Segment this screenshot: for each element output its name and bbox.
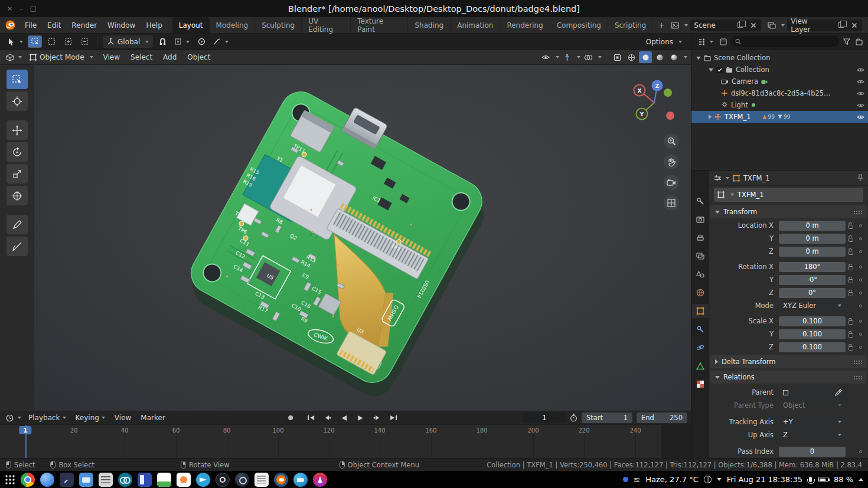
transform-orientation-dropdown[interactable]: Global: [103, 35, 153, 48]
taskbar-app-libreoffice-impress[interactable]: [177, 473, 191, 487]
hide-toggle-eye-icon[interactable]: [857, 91, 864, 96]
panel-grip[interactable]: [853, 360, 862, 364]
parent-type-dropdown[interactable]: Object: [779, 401, 846, 411]
panel-grip[interactable]: [853, 375, 862, 379]
menu-select[interactable]: Select: [126, 53, 157, 61]
menu-window[interactable]: Window: [102, 17, 141, 33]
outliner-row-collection[interactable]: Collection: [691, 64, 868, 76]
lock-icon[interactable]: [849, 251, 853, 255]
camera-view-icon[interactable]: [664, 175, 679, 190]
select-box-tool[interactable]: [6, 70, 28, 89]
tab-compositing[interactable]: Compositing: [550, 17, 608, 33]
lock-icon[interactable]: [849, 238, 853, 242]
shading-dropdown-caret[interactable]: [684, 56, 687, 58]
menu-view[interactable]: View: [99, 53, 125, 61]
rotation-z-field[interactable]: 0°: [779, 288, 846, 298]
new-collection-icon[interactable]: [854, 37, 864, 47]
eyedropper-icon[interactable]: [835, 389, 842, 396]
play-button[interactable]: [354, 412, 367, 423]
lock-icon[interactable]: [849, 266, 853, 270]
snap-settings-dropdown[interactable]: [172, 35, 192, 48]
xray-toggle-icon[interactable]: [611, 51, 624, 63]
panel-grip[interactable]: [853, 210, 862, 214]
animate-dot[interactable]: [859, 224, 862, 227]
auto-keyframe-record-button[interactable]: [284, 412, 297, 423]
outliner-row-scene-collection[interactable]: Scene Collection: [691, 52, 868, 64]
tab-output-icon[interactable]: [692, 231, 709, 245]
add-workspace-button[interactable]: +: [653, 17, 670, 33]
rotation-y-field[interactable]: -0°: [779, 275, 846, 285]
transform-panel-header[interactable]: Transform: [710, 205, 867, 218]
menu-playback[interactable]: Playback: [24, 414, 71, 422]
animate-dot[interactable]: [859, 304, 862, 307]
animate-dot[interactable]: [859, 292, 862, 294]
tab-world-icon[interactable]: [692, 286, 709, 300]
scale-y-field[interactable]: 0.100: [779, 329, 846, 339]
location-z-field[interactable]: 0 m: [779, 247, 846, 257]
show-applications-button[interactable]: [5, 474, 15, 485]
outliner-row-empty[interactable]: dsl9c-81d3ac8c-2d5a-4b25-a221-: [691, 87, 868, 99]
taskbar-app-thunderbird[interactable]: [293, 473, 308, 487]
taskbar-app-telegram[interactable]: [196, 473, 210, 487]
close-button[interactable]: ×: [7, 5, 12, 12]
taskbar-app-terminal[interactable]: [60, 473, 74, 487]
editor-type-3d-viewport-icon[interactable]: [4, 51, 24, 64]
taskbar-app-blender[interactable]: [274, 473, 288, 487]
outliner-display-mode-icon[interactable]: [719, 37, 728, 47]
blender-logo-icon[interactable]: [0, 17, 19, 33]
menu-render[interactable]: Render: [66, 17, 102, 33]
taskbar-app-libreoffice-writer[interactable]: [254, 473, 269, 487]
rotation-x-field[interactable]: 180°: [779, 262, 846, 272]
transform-tool[interactable]: [6, 186, 28, 205]
lock-icon[interactable]: [849, 346, 853, 351]
unlink-scene-icon[interactable]: [748, 21, 758, 30]
taskbar-app-obs-studio[interactable]: [216, 473, 230, 487]
object-name-field[interactable]: TXFM_1: [714, 188, 863, 202]
tab-shading[interactable]: Shading: [408, 17, 451, 33]
object-visibility-icon[interactable]: [539, 51, 552, 63]
lock-icon[interactable]: [849, 292, 853, 296]
prev-keyframe-button[interactable]: [321, 412, 334, 423]
relations-panel-header[interactable]: Relations: [710, 371, 867, 384]
outliner-row-txfm1[interactable]: TXFM_1 99 99: [691, 111, 868, 123]
outliner-row-camera[interactable]: Camera: [691, 76, 868, 87]
scene-browse-caret[interactable]: [684, 24, 688, 27]
menu-object[interactable]: Object: [182, 53, 215, 61]
animate-dot[interactable]: [859, 320, 862, 323]
clock-indicator[interactable]: Fri Aug 21 18:38:35: [727, 475, 802, 484]
options-dropdown[interactable]: Options: [642, 35, 686, 48]
collection-checkbox[interactable]: [716, 67, 723, 73]
timeline-ruler[interactable]: 1 20 40 60 80 100 120 140 160 180 200 22…: [0, 424, 691, 458]
next-keyframe-button[interactable]: [370, 412, 383, 423]
menu-keying[interactable]: Keying: [71, 414, 110, 422]
tab-render-icon[interactable]: [692, 212, 709, 227]
shading-solid-icon[interactable]: [639, 51, 652, 63]
battery-percent[interactable]: 88 %: [834, 475, 853, 484]
play-reverse-button[interactable]: [337, 412, 350, 423]
input-source-icon[interactable]: [704, 476, 712, 483]
taskbar-app-chrome[interactable]: [21, 473, 35, 487]
tab-texture-paint[interactable]: Texture Paint: [351, 17, 408, 33]
scale-x-field[interactable]: 0.100: [779, 316, 846, 326]
3d-viewport[interactable]: TP11 Y1 IC1 TP7 TP5 TP6 R8 Q2 C11 C12 C1: [34, 65, 691, 411]
tab-animation[interactable]: Animation: [451, 17, 500, 33]
shading-wireframe-icon[interactable]: [625, 51, 638, 63]
new-view-layer-icon[interactable]: [836, 21, 846, 30]
pan-hand-icon[interactable]: [664, 154, 679, 169]
menu-marker[interactable]: Marker: [136, 414, 169, 422]
current-frame-field[interactable]: 1: [523, 412, 566, 423]
search-input[interactable]: [744, 38, 835, 45]
jump-to-end-button[interactable]: [387, 412, 400, 423]
menu-file[interactable]: File: [19, 17, 42, 33]
tab-scripting[interactable]: Scripting: [608, 17, 653, 33]
pcb-model[interactable]: TP11 Y1 IC1 TP7 TP5 TP6 R8 Q2 C11 C12 C1: [34, 65, 691, 411]
bluetooth-indicator-icon[interactable]: [623, 477, 628, 482]
view-layer-name-field[interactable]: View Layer: [787, 19, 862, 31]
pin-icon[interactable]: [857, 174, 863, 182]
taskbar-app-chromium[interactable]: [40, 473, 54, 487]
annotate-tool[interactable]: [6, 215, 28, 234]
select-mode-new-icon[interactable]: [44, 35, 58, 48]
location-y-field[interactable]: 0 m: [779, 234, 846, 244]
tab-rendering[interactable]: Rendering: [500, 17, 550, 33]
shading-rendered-icon[interactable]: [667, 51, 680, 63]
